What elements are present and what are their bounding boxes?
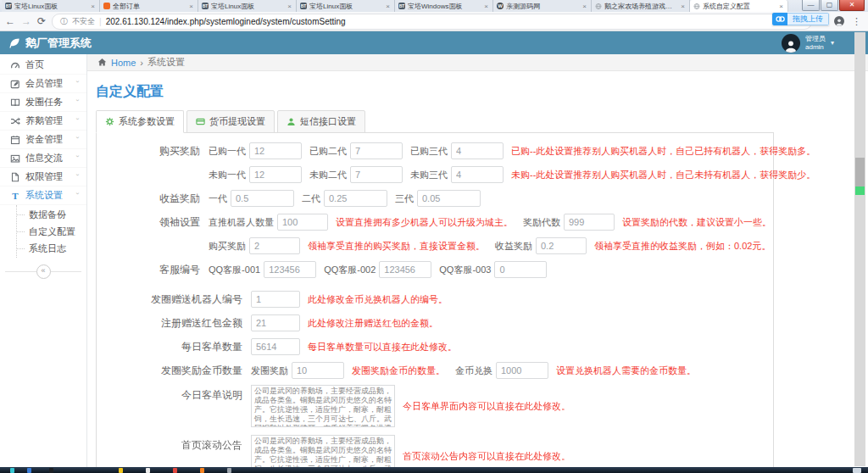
sidebar-subitem[interactable]: 自定义配置 xyxy=(17,223,86,240)
tab-title: 全部订单 xyxy=(113,2,186,11)
sidebar-item-menu[interactable]: 信息交流› xyxy=(0,149,86,168)
sidebar-item-menu[interactable]: 养鹅管理› xyxy=(0,112,86,131)
browser-tab[interactable]: 鹅之家农场养殖游戏运营版× xyxy=(592,0,690,12)
browser-menu-icon[interactable]: ⋮ xyxy=(852,16,861,27)
chevron-down-icon: › xyxy=(75,136,81,142)
field-label: 首页滚动公告 xyxy=(97,435,251,453)
taskbar-icon[interactable] xyxy=(146,468,150,473)
text-input[interactable] xyxy=(249,142,302,159)
window-restore-button[interactable]: ▢ xyxy=(821,0,838,11)
browser-tab[interactable]: W亲测源码网× xyxy=(493,0,592,12)
taskbar-tray[interactable] xyxy=(853,468,861,473)
scrollbar-thumb[interactable] xyxy=(855,158,865,188)
text-input[interactable] xyxy=(249,166,302,183)
back-icon[interactable]: ← xyxy=(5,16,15,26)
tab-close-icon[interactable]: × xyxy=(385,3,391,10)
taskbar-icon[interactable] xyxy=(200,468,204,473)
text-input[interactable] xyxy=(231,190,294,207)
text-input[interactable] xyxy=(496,362,548,379)
text-input[interactable] xyxy=(350,142,403,159)
address-bar[interactable]: ⓘ 不安全 | 202.61.130.124/index.php/systeml… xyxy=(52,14,812,30)
text-input[interactable] xyxy=(277,214,328,231)
tab-close-icon[interactable]: × xyxy=(778,3,784,10)
chevron-down-icon: › xyxy=(75,192,81,198)
tab-close-icon[interactable]: × xyxy=(90,3,96,10)
settings-tab[interactable]: 货币提现设置 xyxy=(186,110,275,133)
browser-tab[interactable]: 系统自定义配置× xyxy=(690,0,788,12)
site-favicon: W xyxy=(497,3,504,9)
sidebar-item-menu[interactable]: 权限管理› xyxy=(0,168,86,186)
browser-tab[interactable]: BT宝塔Linux面板× xyxy=(198,0,297,12)
field-label: 领袖设置 xyxy=(97,215,209,230)
text-input[interactable] xyxy=(494,261,547,278)
taskbar-icon[interactable] xyxy=(119,468,123,473)
text-input[interactable] xyxy=(417,190,481,207)
settings-tab[interactable]: 系统参数设置 xyxy=(96,110,184,133)
taskbar-icon[interactable] xyxy=(227,468,231,473)
window-minimize-button[interactable]: — xyxy=(802,0,820,11)
text-input[interactable] xyxy=(292,362,344,379)
tab-close-icon[interactable]: × xyxy=(483,3,489,10)
browser-tab[interactable]: BT宝塔Linux面板× xyxy=(297,0,395,12)
sidebar-item-home[interactable]: 首页 xyxy=(0,56,86,75)
text-input[interactable] xyxy=(251,338,300,355)
textarea-input[interactable] xyxy=(251,385,395,427)
browser-tabs: BT宝塔Linux面板×全部订单×BT宝塔Linux面板×BT宝塔Linux面板… xyxy=(2,0,853,12)
field-label: 今日客单说明 xyxy=(97,385,251,403)
user-menu[interactable]: 管理员 admin ▾ xyxy=(782,34,834,53)
sidebar-item-label: 信息交流 xyxy=(25,152,75,164)
drag-upload-badge[interactable]: 拖拽上传 xyxy=(772,13,829,25)
textarea-input[interactable] xyxy=(251,435,395,467)
sidebar-item-label: 权限管理 xyxy=(25,170,75,183)
field-note: 首页滚动公告内容可以直接在此处修改。 xyxy=(403,450,570,463)
text-input[interactable] xyxy=(536,237,587,254)
taskbar-icon[interactable] xyxy=(173,468,177,473)
sidebar-item-menu[interactable]: 发圈任务› xyxy=(0,93,86,112)
forward-icon[interactable]: → xyxy=(21,16,31,26)
browser-tab[interactable]: 全部订单× xyxy=(100,0,198,12)
text-input[interactable] xyxy=(251,291,300,308)
text-input[interactable] xyxy=(249,237,300,254)
form-row: 购买奖励已购一代已购二代已购三代已购--此处设置推荐别人购买机器人时，自己已持有… xyxy=(97,142,773,160)
page-scrollbar[interactable] xyxy=(854,32,865,466)
browser-tab[interactable]: BT宝塔Linux面板× xyxy=(2,0,100,12)
tab-close-icon[interactable]: × xyxy=(581,3,587,10)
text-input[interactable] xyxy=(264,261,316,278)
sidebar-collapse[interactable]: « xyxy=(0,264,86,278)
main-area: Home › 系统设置 自定义配置 系统参数设置货币提现设置短信接口设置 购买奖… xyxy=(87,54,868,467)
sidebar-submenu: 数据备份自定义配置系统日志 xyxy=(16,205,86,258)
settings-tab[interactable]: 短信接口设置 xyxy=(277,110,365,133)
field-label: 客服编号 xyxy=(97,263,209,277)
text-input[interactable] xyxy=(564,214,615,231)
field-note: 设置兑换机器人需要的金币数量。 xyxy=(556,364,696,377)
reload-icon[interactable]: ⟳ xyxy=(37,16,46,26)
taskbar-icon[interactable] xyxy=(27,468,31,473)
sidebar-item-menu[interactable]: 会员管理› xyxy=(0,75,86,93)
profile-icon[interactable] xyxy=(834,16,844,26)
field-note: 此处修改注册赠送红包的金额。 xyxy=(308,317,438,330)
window-controls: — ▢ ✕ xyxy=(801,0,865,11)
page-info-icon[interactable]: ⓘ xyxy=(60,16,68,27)
text-input[interactable] xyxy=(324,190,387,207)
form-row: 首页滚动公告首页滚动公告内容可以直接在此处修改。 xyxy=(97,435,773,467)
sidebar-item-menu[interactable]: T系统设置› xyxy=(0,186,86,205)
sidebar-item-label: 发圈任务 xyxy=(25,96,75,109)
sidebar-subitem[interactable]: 系统日志 xyxy=(17,240,86,257)
text-input[interactable] xyxy=(379,261,431,278)
tab-close-icon[interactable]: × xyxy=(287,3,292,10)
tab-close-icon[interactable]: × xyxy=(188,3,194,10)
sidebar-subitem[interactable]: 数据备份 xyxy=(17,206,86,223)
window-close-button[interactable]: ✕ xyxy=(839,0,865,11)
tab-close-icon[interactable]: × xyxy=(680,3,686,10)
sidebar-item-label: 资金管理 xyxy=(25,133,75,146)
field-note: 发圈奖励金币的数量。 xyxy=(352,364,445,377)
taskbar-icon[interactable] xyxy=(10,468,14,473)
text-input[interactable] xyxy=(451,166,504,183)
text-input[interactable] xyxy=(350,166,403,183)
breadcrumb-home-link[interactable]: Home xyxy=(111,58,136,68)
browser-tab[interactable]: BT宝塔Windows面板× xyxy=(395,0,493,12)
text-input[interactable] xyxy=(251,314,300,331)
taskbar-icon[interactable] xyxy=(49,468,53,473)
sidebar-item-menu[interactable]: 资金管理› xyxy=(0,131,86,149)
text-input[interactable] xyxy=(451,142,504,159)
